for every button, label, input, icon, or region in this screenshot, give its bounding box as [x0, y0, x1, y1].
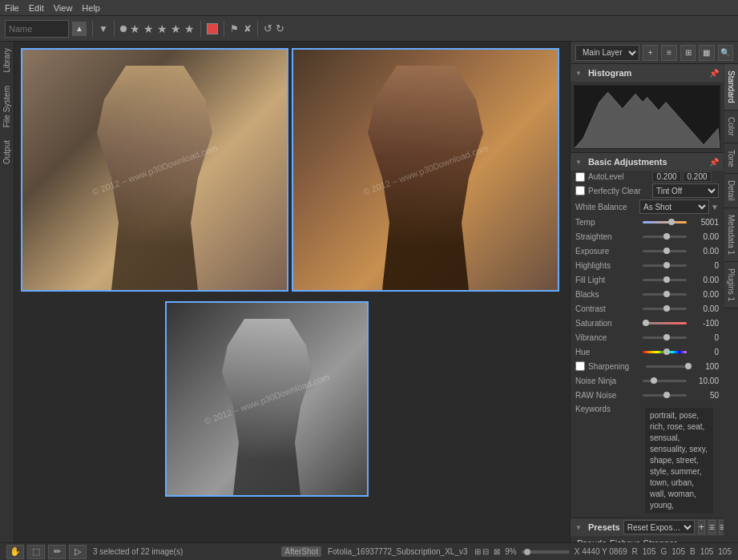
sidebar-item-library[interactable]: Library — [0, 42, 14, 79]
reject-icon[interactable]: ✘ — [244, 23, 252, 34]
view-mode-icon: ⊠ — [494, 547, 500, 556]
presets-section: ▼ Presets Reset Expos… + ≡ ≡ Pseudo-Fish… — [571, 518, 724, 542]
histogram-header[interactable]: ▼ Histogram 📌 — [571, 64, 724, 82]
sharpening-thumb[interactable] — [685, 363, 692, 369]
straighten-thumb[interactable] — [663, 233, 670, 240]
sharpening-checkbox[interactable] — [575, 361, 585, 371]
rotate-cw-icon[interactable]: ↻ — [276, 22, 284, 34]
hue-thumb[interactable] — [663, 348, 670, 355]
rotate-ccw-icon[interactable]: ↺ — [264, 22, 272, 34]
layer-search-btn[interactable]: 🔍 — [718, 45, 733, 61]
menu-help[interactable]: Help — [82, 3, 100, 13]
tab-metadata[interactable]: Metadata 1 — [724, 208, 738, 262]
presets-extra-btn[interactable]: ≡ — [719, 520, 724, 534]
filter-icon[interactable]: ▼ — [99, 23, 108, 34]
straighten-row: Straighten 0.00 — [571, 229, 724, 244]
fill-light-slider[interactable] — [643, 279, 687, 281]
hue-slider[interactable] — [643, 351, 687, 353]
saturation-slider[interactable] — [643, 322, 687, 324]
temp-thumb[interactable] — [668, 219, 675, 225]
contrast-thumb[interactable] — [663, 305, 670, 312]
crop-tool-btn[interactable]: ⬚ — [27, 545, 45, 559]
right-tabs: Standard Color Tone Detail Metadata 1 Pl… — [724, 64, 738, 308]
blacks-slider[interactable] — [643, 293, 687, 296]
highlights-thumb[interactable] — [663, 262, 670, 268]
wb-select[interactable]: As Shot — [639, 199, 709, 214]
p-value: 105 — [718, 547, 732, 556]
noise-ninja-thumb[interactable] — [651, 377, 657, 384]
perfectly-clear-checkbox[interactable] — [575, 186, 585, 195]
name-filter-input[interactable] — [5, 20, 69, 38]
presets-menu-btn[interactable]: ≡ — [708, 520, 716, 534]
toolbar-sep-5 — [257, 21, 258, 37]
hand-tool-btn[interactable]: ✋ — [6, 545, 24, 559]
fill-light-label: Fill Light — [575, 276, 639, 284]
preset-item-pseudo-fisheye-stronger[interactable]: Pseudo-Fisheye Stronger — [571, 536, 724, 542]
saturation-thumb[interactable] — [643, 320, 649, 326]
vibrance-thumb[interactable] — [663, 334, 670, 340]
sidebar-item-output[interactable]: Output — [0, 134, 14, 171]
presets-add-btn[interactable]: + — [698, 520, 705, 534]
flag-icon[interactable]: ⚑ — [230, 23, 239, 34]
vibrance-slider[interactable] — [643, 336, 687, 339]
exposure-thumb[interactable] — [663, 248, 670, 254]
blacks-thumb[interactable] — [663, 291, 670, 297]
tab-color[interactable]: Color — [724, 111, 738, 143]
star-1[interactable]: ★ — [130, 22, 140, 35]
tab-standard[interactable]: Standard — [724, 64, 738, 111]
image-cell-2[interactable]: © 2012 – www.p30Download.com — [292, 48, 559, 292]
star-3[interactable]: ★ — [157, 22, 167, 35]
layer-grid-btn[interactable]: ⊞ — [680, 45, 696, 61]
tool-buttons: ✋ ⬚ ✏ ▷ — [6, 545, 87, 559]
view-toggle-btn[interactable]: ▷ — [69, 545, 87, 559]
image-content: © 2012 – www.p30Download.com © 2012 – ww… — [14, 42, 570, 542]
star-5[interactable]: ★ — [184, 22, 195, 35]
straighten-slider[interactable] — [643, 236, 687, 238]
layer-view-btn[interactable]: ▦ — [699, 45, 714, 61]
color-label-red[interactable] — [207, 23, 218, 34]
straighten-label: Straighten — [575, 232, 639, 241]
autolevel-checkbox[interactable] — [575, 172, 585, 182]
sidebar-item-filesystem[interactable]: File System — [0, 79, 14, 134]
temp-slider[interactable] — [643, 221, 687, 224]
autolevel-val2[interactable] — [683, 171, 712, 182]
fill-light-thumb[interactable] — [663, 276, 670, 283]
basic-adj-title: Basic Adjustments — [588, 157, 706, 167]
menu-view[interactable]: View — [54, 3, 73, 13]
star-4[interactable]: ★ — [171, 22, 181, 35]
basic-adj-pin[interactable]: 📌 — [709, 158, 719, 167]
tab-tone[interactable]: Tone — [724, 143, 738, 175]
highlights-slider[interactable] — [643, 264, 687, 267]
layer-menu-btn[interactable]: ≡ — [661, 45, 676, 61]
zoom-slider[interactable] — [522, 550, 570, 554]
zoom-thumb[interactable] — [524, 549, 530, 555]
menu-edit[interactable]: Edit — [29, 3, 44, 13]
star-2[interactable]: ★ — [143, 22, 154, 35]
tab-plugins[interactable]: Plugins 1 — [724, 262, 738, 308]
exposure-slider[interactable] — [643, 250, 687, 252]
sort-asc-button[interactable]: ▲ — [72, 22, 87, 36]
sharpening-slider[interactable] — [646, 365, 687, 368]
layer-select[interactable]: Main Layer — [575, 45, 639, 61]
basic-adjustments-header[interactable]: ▼ Basic Adjustments 📌 — [571, 153, 724, 171]
image-cell-1[interactable]: © 2012 – www.p30Download.com — [21, 48, 288, 292]
contrast-slider[interactable] — [643, 308, 687, 310]
tab-detail[interactable]: Detail — [724, 174, 738, 208]
zoom-label: 9% — [505, 547, 516, 556]
menu-file[interactable]: File — [5, 3, 19, 13]
autolevel-val1[interactable] — [652, 171, 681, 182]
perfectly-clear-select[interactable]: Tint Off — [652, 183, 719, 198]
presets-arrow: ▼ — [575, 524, 582, 531]
raw-noise-slider[interactable] — [643, 394, 687, 397]
presets-dropdown[interactable]: Reset Expos… — [623, 520, 695, 534]
raw-noise-thumb[interactable] — [663, 392, 670, 398]
layer-add-btn[interactable]: + — [643, 45, 658, 61]
coords-label: X 4440 Y 0869 — [575, 547, 627, 556]
g-label: G — [660, 547, 667, 556]
keywords-box[interactable]: portrait, pose, rich, rose, seat, sensua… — [644, 407, 714, 514]
brush-tool-btn[interactable]: ✏ — [48, 545, 66, 559]
panel-scroll[interactable]: ▼ Histogram 📌 — [571, 64, 724, 542]
histogram-pin[interactable]: 📌 — [709, 69, 719, 78]
noise-ninja-slider[interactable] — [643, 380, 687, 382]
image-cell-3[interactable]: © 2012 – www.p30Download.com — [165, 301, 369, 497]
